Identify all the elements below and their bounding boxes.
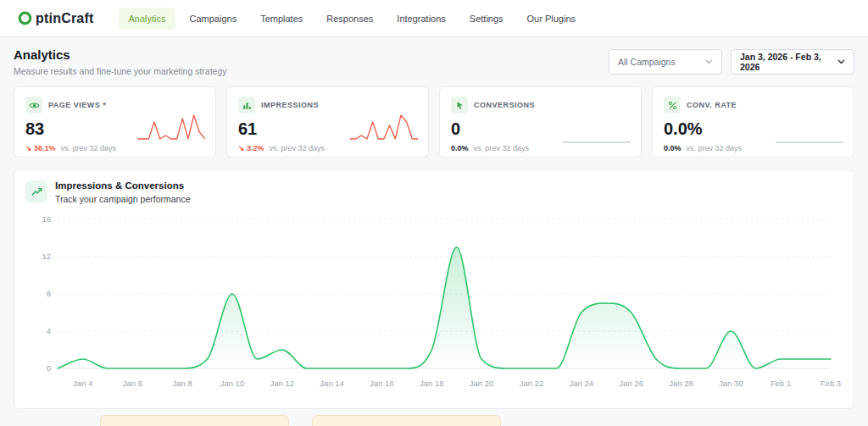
main-content: Analytics Measure results and fine-tune …	[0, 37, 868, 426]
svg-text:Jan 24: Jan 24	[570, 379, 594, 388]
stat-delta: 0.0%	[664, 144, 682, 152]
filter-controls: All Campaigns Jan 3, 2026 - Feb 3, 2026	[609, 49, 854, 75]
svg-text:Feb 1: Feb 1	[771, 379, 791, 388]
stats-row: PAGE VIEWS * 83 ↘ 36.1% vs. prev 32 days…	[14, 86, 854, 158]
nav-item-analytics[interactable]: Analytics	[119, 8, 175, 30]
svg-text:12: 12	[42, 252, 51, 261]
nav-item-campaigns[interactable]: Campaigns	[181, 8, 247, 30]
chart-header: Impressions & Conversions Track your cam…	[25, 180, 843, 204]
svg-text:4: 4	[47, 326, 51, 335]
svg-text:Jan 14: Jan 14	[320, 379, 344, 388]
nav-item-templates[interactable]: Templates	[251, 8, 312, 30]
date-range-value: Jan 3, 2026 - Feb 3, 2026	[740, 52, 829, 72]
svg-text:Jan 28: Jan 28	[669, 379, 693, 388]
main-nav: Analytics Campaigns Templates Responses …	[119, 8, 585, 30]
stat-label: CONVERSIONS	[474, 101, 535, 109]
stat-label: PAGE VIEWS *	[48, 101, 106, 109]
impressions-conversions-card: Impressions & Conversions Track your cam…	[14, 169, 854, 409]
svg-text:Feb 3: Feb 3	[821, 379, 841, 388]
svg-text:Jan 4: Jan 4	[73, 379, 92, 388]
stat-delta: ↘ 3.2%	[238, 144, 264, 152]
svg-text:Jan 30: Jan 30	[719, 379, 743, 388]
brand-logo[interactable]: ptinCraft	[17, 10, 93, 26]
top-navigation-bar: ptinCraft Analytics Campaigns Templates …	[0, 0, 868, 37]
stat-card-conv-rate: CONV. RATE 0.0% 0.0% vs. prev 32 days	[652, 86, 854, 158]
chevron-down-icon	[705, 59, 713, 64]
cursor-click-icon	[451, 97, 468, 113]
svg-text:0: 0	[47, 363, 51, 373]
nav-item-settings[interactable]: Settings	[460, 8, 513, 30]
chart-title: Impressions & Conversions	[55, 180, 191, 191]
next-section-partial	[100, 415, 854, 426]
impressions-conversions-chart: 0481216Jan 4Jan 6Jan 8Jan 10Jan 12Jan 14…	[25, 207, 843, 394]
campaign-filter-value: All Campaigns	[618, 57, 676, 67]
svg-text:Jan 20: Jan 20	[470, 379, 494, 388]
optincraft-logo-icon	[17, 10, 33, 26]
stat-delta: 0.0%	[451, 144, 469, 152]
stat-compare: vs. prev 32 days	[474, 144, 530, 152]
partial-card	[312, 415, 501, 426]
svg-text:Jan 10: Jan 10	[220, 379, 245, 388]
trending-up-icon	[25, 180, 47, 202]
date-range-picker[interactable]: Jan 3, 2026 - Feb 3, 2026	[731, 49, 854, 75]
nav-item-responses[interactable]: Responses	[317, 8, 382, 30]
eye-icon	[25, 97, 42, 113]
stat-label: IMPRESSIONS	[261, 101, 319, 109]
svg-text:Jan 8: Jan 8	[173, 379, 192, 388]
svg-text:8: 8	[47, 289, 51, 298]
stat-label: CONV. RATE	[687, 101, 737, 109]
svg-text:Jan 16: Jan 16	[370, 379, 394, 388]
svg-text:Jan 18: Jan 18	[420, 379, 444, 388]
nav-item-our-plugins[interactable]: Our Plugins	[518, 8, 585, 30]
svg-text:Jan 22: Jan 22	[520, 379, 544, 388]
nav-item-integrations[interactable]: Integrations	[387, 8, 454, 30]
chart-subtitle: Track your campaign performance	[55, 194, 191, 204]
page-header: Analytics Measure results and fine-tune …	[14, 47, 854, 76]
stat-compare: vs. prev 32 days	[270, 144, 326, 152]
svg-text:Jan 26: Jan 26	[619, 379, 643, 388]
svg-text:Jan 6: Jan 6	[123, 379, 142, 388]
sparkline-chart	[137, 111, 205, 145]
bar-chart-icon	[238, 97, 255, 113]
svg-text:16: 16	[42, 214, 51, 224]
stat-card-conversions: CONVERSIONS 0 0.0% vs. prev 32 days	[439, 86, 642, 158]
stat-card-impressions: IMPRESSIONS 61 ↘ 3.2% vs. prev 32 days	[226, 86, 429, 158]
page-subtitle: Measure results and fine-tune your marke…	[14, 66, 227, 76]
stat-compare: vs. prev 32 days	[687, 144, 743, 152]
sparkline-chart	[563, 111, 631, 145]
brand-name: ptinCraft	[36, 11, 93, 26]
percent-icon	[664, 97, 681, 113]
page-title: Analytics	[14, 47, 227, 62]
sparkline-chart	[350, 111, 418, 145]
partial-card	[100, 415, 289, 426]
svg-text:Jan 12: Jan 12	[270, 379, 295, 388]
sparkline-chart	[776, 111, 843, 145]
stat-delta: ↘ 36.1%	[25, 144, 56, 152]
chevron-down-icon	[837, 59, 845, 64]
campaign-filter-select[interactable]: All Campaigns	[609, 49, 722, 75]
stat-compare: vs. prev 32 days	[61, 144, 117, 152]
stat-card-page-views: PAGE VIEWS * 83 ↘ 36.1% vs. prev 32 days	[14, 86, 216, 158]
